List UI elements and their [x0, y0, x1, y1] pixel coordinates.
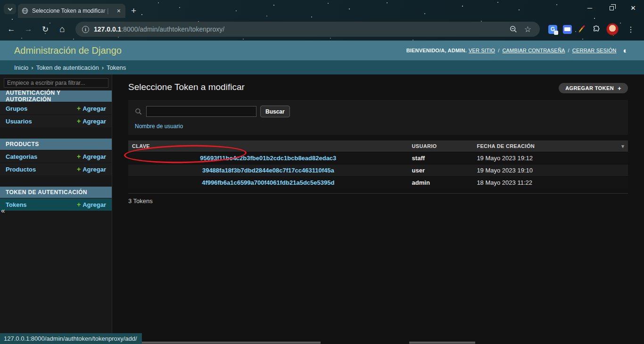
close-button[interactable]: × — [622, 0, 644, 16]
add-label: Agregar — [83, 166, 106, 173]
logout-link[interactable]: CERRAR SESIÓN — [572, 48, 617, 53]
tokens-link[interactable]: Tokens — [6, 201, 27, 208]
restore-icon — [610, 6, 614, 10]
sidebar-collapse-icon[interactable]: « — [1, 206, 5, 214]
column-header-usuario[interactable]: USUARIO — [408, 140, 473, 152]
omnibox-icons: ☆ — [509, 25, 533, 34]
change-password-link[interactable]: CAMBIAR CONTRASEÑA — [502, 48, 565, 53]
site-info-icon[interactable]: i — [82, 26, 89, 33]
plus-icon: + — [77, 201, 81, 208]
minimize-button[interactable]: ─ — [579, 0, 601, 16]
keyboard-glyph — [564, 27, 570, 31]
add-token-button[interactable]: AGREGAR TOKEN + — [559, 83, 628, 93]
username-filter-link[interactable]: Nombre de usuario — [135, 123, 183, 130]
url-host: 127.0.0.1 — [94, 25, 121, 33]
categorias-link[interactable]: Categorias — [6, 153, 37, 160]
pen-extension-icon[interactable] — [578, 25, 586, 33]
breadcrumb-separator: › — [31, 64, 33, 71]
toolbar-extensions: G ⋮ — [545, 23, 640, 35]
token-user: staff — [408, 152, 473, 164]
bookmark-star-icon[interactable]: ☆ — [524, 25, 531, 34]
tab-search-button[interactable] — [4, 4, 16, 14]
search-input[interactable] — [146, 106, 256, 117]
address-bar[interactable]: i 127.0.0.1:8000/admin/authtoken/tokenpr… — [75, 22, 540, 37]
sidebar-gap — [0, 175, 112, 187]
breadcrumb-authtoken-link[interactable]: Token de autenticación — [36, 64, 99, 71]
usuarios-link[interactable]: Usuarios — [6, 118, 32, 125]
tab-close-icon[interactable]: × — [116, 7, 122, 15]
restore-button[interactable] — [601, 0, 622, 16]
productos-add-link[interactable]: + Agregar — [77, 165, 106, 173]
main-content: Seleccione Token a modificar AGREGAR TOK… — [112, 74, 644, 344]
user-tools-separator: / — [498, 48, 499, 53]
table-row: 95693f11bc4c2b3fbe01b2cdc1bcb8ead82edac3… — [128, 152, 628, 164]
browser-menu-icon[interactable]: ⋮ — [624, 25, 637, 34]
search-row: Buscar — [135, 106, 621, 117]
sidebar-section-auth: AUTENTICACIÓN Y AUTORIZACIÓN Grupos + Ag… — [0, 90, 112, 127]
plus-icon: + — [77, 117, 81, 125]
plus-icon: + — [618, 85, 621, 92]
breadcrumb: Inicio › Token de autenticación › Tokens — [0, 60, 644, 74]
page-header-row: Seleccione Token a modificar AGREGAR TOK… — [128, 82, 628, 93]
back-button[interactable]: ← — [4, 22, 19, 37]
result-count: 3 Tokens — [128, 193, 628, 205]
user-tools: BIENVENIDO/A, ADMIN. VER SITIO / CAMBIAR… — [406, 47, 628, 55]
search-submit-button[interactable]: Buscar — [260, 106, 290, 117]
sort-caret-icon[interactable]: ▾ — [621, 143, 624, 149]
token-user: user — [408, 164, 473, 176]
table-row: 39488fa18f3b7dbd2844e08c7f17cc463110f45a… — [128, 164, 628, 176]
token-key-link[interactable]: 4f996fb6a1c6599a700f4061fdb21a5dc5e5395d — [202, 179, 334, 186]
breadcrumb-separator: › — [102, 64, 104, 71]
globe-favicon-icon — [22, 8, 28, 14]
search-icon — [135, 108, 142, 115]
categorias-add-link[interactable]: + Agregar — [77, 153, 106, 160]
browser-tab[interactable]: Seleccione Token a modificar | × — [18, 4, 125, 18]
new-tab-button[interactable]: + — [131, 6, 136, 15]
link-status-bar: 127.0.0.1:8000/admin/authtoken/tokenprox… — [0, 333, 142, 344]
django-header: Administración de Django BIENVENIDO/A, A… — [0, 41, 644, 60]
add-label: Agregar — [83, 201, 106, 208]
sidebar-section-title[interactable]: TOKEN DE AUTENTICACIÓN — [0, 187, 112, 198]
sidebar-section-products: PRODUCTS Categorias + Agregar Productos … — [0, 139, 112, 175]
profile-avatar[interactable] — [606, 23, 619, 35]
fecha-header-label: FECHA DE CREACIÓN — [477, 143, 535, 149]
sidebar-item-usuarios: Usuarios + Agregar — [0, 115, 112, 127]
site-title-link[interactable]: Administración de Django — [14, 45, 122, 56]
translate-extension-icon[interactable]: G — [548, 25, 557, 34]
window-controls: ─ × — [579, 0, 644, 16]
token-date: 18 Mayo 2023 11:22 — [473, 176, 628, 188]
column-header-clave[interactable]: CLAVE — [128, 140, 408, 152]
sidebar-item-productos: Productos + Agregar — [0, 163, 112, 175]
zoom-indicator-icon[interactable] — [509, 25, 518, 33]
grupos-add-link[interactable]: + Agregar — [77, 105, 106, 112]
keyboard-extension-icon[interactable] — [563, 25, 572, 34]
reload-button[interactable]: ↻ — [38, 22, 53, 37]
browser-chrome: Seleccione Token a modificar | × + ─ × ←… — [0, 0, 644, 41]
productos-link[interactable]: Productos — [6, 166, 36, 173]
column-header-fecha[interactable]: FECHA DE CREACIÓN ▾ — [473, 140, 628, 152]
extensions-puzzle-icon[interactable] — [592, 25, 601, 34]
plus-icon: + — [77, 153, 81, 160]
token-key-link[interactable]: 39488fa18f3b7dbd2844e08c7f17cc463110f45a — [202, 167, 334, 174]
usuarios-add-link[interactable]: + Agregar — [77, 117, 106, 125]
tokens-add-link[interactable]: + Agregar — [77, 201, 106, 208]
sidebar-section-token: TOKEN DE AUTENTICACIÓN Tokens + Agregar — [0, 187, 112, 211]
browser-toolbar: ← → ↻ ⌂ i 127.0.0.1:8000/admin/authtoken… — [0, 18, 644, 41]
token-date: 19 Mayo 2023 19:12 — [473, 152, 628, 164]
forward-button[interactable]: → — [21, 22, 36, 37]
url-path: :8000/admin/authtoken/tokenproxy/ — [121, 25, 224, 33]
token-date: 19 Mayo 2023 19:10 — [473, 164, 628, 176]
sidebar-section-title[interactable]: AUTENTICACIÓN Y AUTORIZACIÓN — [0, 90, 112, 102]
grupos-link[interactable]: Grupos — [6, 105, 27, 112]
plus-icon: + — [77, 105, 81, 112]
sidebar-section-title[interactable]: PRODUCTS — [0, 139, 112, 150]
add-label: Agregar — [83, 153, 106, 160]
view-site-link[interactable]: VER SITIO — [469, 48, 495, 53]
token-key-link[interactable]: 95693f11bc4c2b3fbe01b2cdc1bcb8ead82edac3 — [200, 155, 336, 162]
sidebar-filter-input[interactable] — [4, 78, 108, 88]
breadcrumb-home-link[interactable]: Inicio — [14, 64, 28, 71]
home-button[interactable]: ⌂ — [55, 22, 70, 37]
sidebar-gap — [0, 127, 112, 139]
theme-toggle-icon[interactable]: ◐ — [623, 47, 628, 55]
chevron-down-icon — [8, 6, 12, 11]
